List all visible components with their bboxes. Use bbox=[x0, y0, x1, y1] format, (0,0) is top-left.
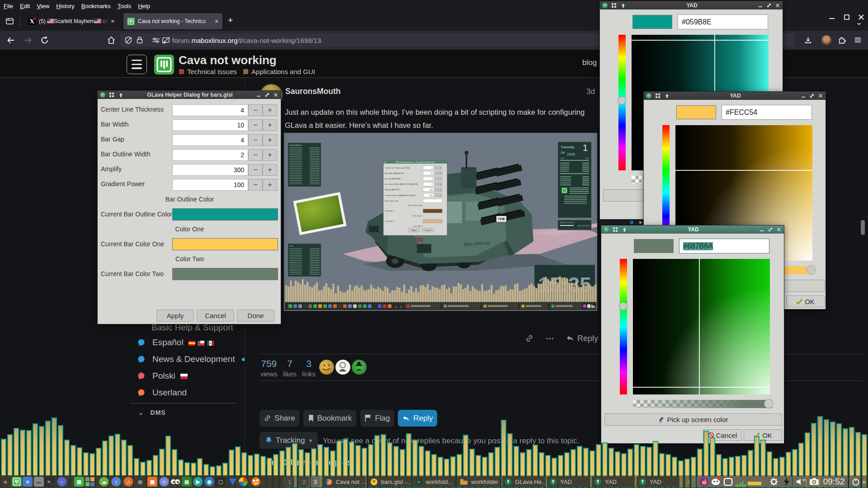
svg-text:Edit /home/donald/.co .. bars.: Edit /home/donald/.co .. bars.glsl Confi… bbox=[396, 161, 435, 163]
svg-text:−: − bbox=[436, 172, 437, 174]
svg-text:2025: 2025 bbox=[567, 152, 575, 156]
svg-text:14%: 14% bbox=[585, 157, 589, 160]
svg-text:100: 100 bbox=[429, 194, 433, 197]
svg-text:♫: ♫ bbox=[127, 479, 130, 484]
svg-text:+: + bbox=[440, 177, 441, 180]
svg-text:47GG 54% 819G: 47GG 54% 819G bbox=[577, 225, 590, 227]
svg-text:300: 300 bbox=[429, 189, 433, 191]
svg-text:MOUNT POINTS: MOUNT POINTS bbox=[560, 221, 574, 224]
svg-text:▬: ▬ bbox=[37, 479, 42, 484]
svg-text:Pick Outline Color: Pick Outline Color bbox=[408, 204, 423, 206]
svg-text:■: ■ bbox=[26, 479, 29, 484]
svg-text:Bar Outline Color: Bar Outline Color bbox=[385, 200, 399, 202]
svg-text:Bar Width (BARWIDTH): Bar Width (BARWIDTH) bbox=[385, 172, 404, 174]
svg-text:>: > bbox=[418, 479, 420, 484]
svg-text:▩: ▩ bbox=[184, 479, 189, 484]
svg-text:◉: ◉ bbox=[207, 479, 212, 484]
svg-text:♪: ♪ bbox=[115, 479, 118, 484]
svg-text:Tuesday: Tuesday bbox=[561, 145, 574, 149]
svg-text:Jul: Jul bbox=[561, 151, 565, 154]
svg-text:−: − bbox=[436, 188, 437, 191]
svg-text:Gradient Power (GRADIENTPOWER): Gradient Power (GRADIENTPOWER) bbox=[385, 194, 415, 197]
svg-text:THE: THE bbox=[498, 217, 505, 221]
svg-text:−: − bbox=[436, 183, 437, 186]
svg-text:−: − bbox=[436, 177, 437, 180]
svg-text:10: 10 bbox=[430, 172, 433, 174]
svg-text:RUN: RUN bbox=[289, 245, 293, 247]
svg-text:CPU: CPU bbox=[560, 157, 564, 160]
svg-text:1: 1 bbox=[583, 143, 588, 153]
svg-text:▶: ▶ bbox=[196, 479, 200, 484]
svg-text:Pick Color 1: Pick Color 1 bbox=[413, 215, 423, 217]
svg-text:Center Line Thickness (CLINE): Center Line Thickness (CLINE) bbox=[385, 167, 410, 169]
svg-text:●: ● bbox=[61, 479, 64, 484]
svg-text:15:35: 15:35 bbox=[587, 305, 595, 309]
svg-text:Apply: Apply bbox=[412, 229, 417, 231]
svg-text:>_: >_ bbox=[47, 479, 53, 484]
svg-text:+: + bbox=[440, 183, 441, 186]
svg-text:Color Mix 1: Color Mix 1 bbox=[385, 210, 394, 212]
svg-text:MENUS/PANELS: MENUS/PANELS bbox=[289, 145, 302, 146]
svg-text:Color Mix 2: Color Mix 2 bbox=[385, 220, 394, 222]
svg-text:▢: ▢ bbox=[218, 479, 223, 484]
svg-text:☁: ☁ bbox=[102, 479, 107, 484]
svg-text:☺: ☺ bbox=[161, 479, 166, 484]
svg-text:▦: ▦ bbox=[77, 479, 81, 484]
svg-text:▣: ▣ bbox=[150, 479, 155, 484]
svg-text:+: + bbox=[440, 188, 441, 191]
svg-text:Cancel: Cancel bbox=[425, 229, 431, 231]
svg-text:Bar Gap (BARGAP): Bar Gap (BARGAP) bbox=[385, 178, 401, 180]
svg-text:−: − bbox=[436, 194, 437, 197]
svg-text:◎: ◎ bbox=[138, 479, 142, 484]
svg-text:+: + bbox=[440, 194, 441, 197]
svg-text:Pick Color 2: Pick Color 2 bbox=[413, 225, 423, 227]
svg-text:Bar Outline Width (BAROUTLINEW: Bar Outline Width (BAROUTLINEWIDTH) bbox=[385, 183, 418, 185]
svg-text:55%: 55% bbox=[802, 479, 806, 482]
svg-text:−: − bbox=[436, 166, 437, 169]
svg-text:+: + bbox=[440, 166, 441, 169]
svg-text:Amplify (AMPLIFY): Amplify (AMPLIFY) bbox=[385, 188, 401, 191]
svg-text:+: + bbox=[440, 172, 441, 174]
